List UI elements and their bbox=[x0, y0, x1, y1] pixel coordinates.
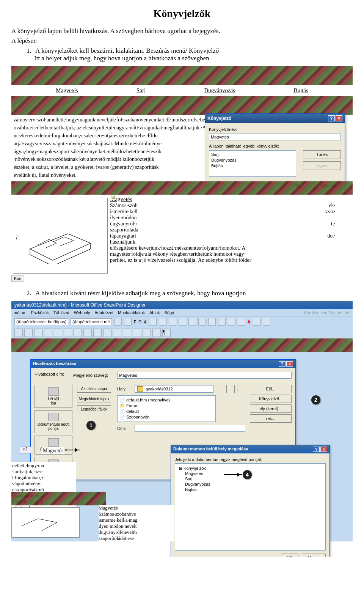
file-list[interactable]: 📄 default.htm (megnyitva) 📁 Forras 📄 def… bbox=[117, 395, 216, 422]
link-bujtas[interactable]: Bujtás bbox=[293, 87, 308, 94]
align-left-icon[interactable] bbox=[149, 318, 157, 326]
align-right-icon[interactable] bbox=[169, 318, 176, 326]
sub-recent-files[interactable]: Legutóbbi fájlok bbox=[77, 405, 111, 413]
tool-c-icon[interactable] bbox=[143, 329, 151, 337]
tool-a-icon[interactable] bbox=[113, 329, 121, 337]
help-search[interactable]: Kérdése van? Írja be ide. bbox=[304, 310, 350, 315]
redo-icon[interactable] bbox=[124, 318, 132, 326]
doc-icon bbox=[48, 413, 59, 421]
link-sarj[interactable]: Sarj bbox=[136, 87, 146, 94]
inner-ok-button[interactable]: OK bbox=[281, 554, 298, 557]
close-icon[interactable]: × bbox=[336, 115, 342, 121]
save-icon[interactable] bbox=[34, 329, 42, 337]
new-icon[interactable] bbox=[14, 329, 23, 337]
callout-1: 1 bbox=[86, 421, 96, 430]
side-btn-rek[interactable]: rek... bbox=[250, 414, 292, 423]
menu-eszkozok[interactable]: Eszközök bbox=[31, 310, 49, 315]
indent-icon[interactable] bbox=[218, 318, 226, 326]
side-btn-ele[interactable]: Elő... bbox=[250, 385, 292, 393]
paste-icon[interactable] bbox=[93, 329, 102, 337]
list-numbers-icon[interactable] bbox=[198, 318, 206, 326]
sub-current-folder[interactable]: Aktuális mappa bbox=[77, 385, 111, 393]
svg-marker-0 bbox=[30, 234, 91, 260]
bookmark-list[interactable]: Sarj Dugványozás Bujtás bbox=[209, 150, 296, 177]
tree-dugvanyozas[interactable]: Dugványozás bbox=[177, 481, 323, 487]
sketch-image: 1 bbox=[13, 198, 108, 274]
menu-sugo[interactable]: Súgó bbox=[165, 310, 174, 315]
tree-root[interactable]: ⊟ Könyvjelzők bbox=[177, 466, 323, 471]
menu-webhely[interactable]: Webhely bbox=[74, 310, 90, 315]
file-forras[interactable]: 📁 Forras bbox=[119, 403, 214, 409]
size-drop[interactable]: (Alapértelmezett mé bbox=[71, 318, 111, 325]
italic-icon[interactable]: D bbox=[138, 319, 141, 324]
file-default[interactable]: 📄 default bbox=[119, 409, 214, 414]
align-center-icon[interactable] bbox=[159, 318, 166, 326]
format-painter-icon[interactable] bbox=[103, 329, 111, 337]
outdent-icon[interactable] bbox=[208, 318, 216, 326]
inner-dialog-title: Dokumentumon belüli hely megadása bbox=[173, 447, 248, 452]
preview-icon[interactable] bbox=[54, 329, 62, 337]
font-color-icon[interactable]: A bbox=[248, 319, 251, 324]
td-tooltip: td bbox=[110, 195, 116, 200]
close-icon[interactable]: × bbox=[320, 447, 327, 452]
open-icon[interactable] bbox=[24, 329, 33, 337]
table-icon[interactable] bbox=[253, 318, 260, 326]
cut-icon[interactable] bbox=[74, 329, 82, 337]
nav-doc-point[interactable]: Dokumentum adott pontja bbox=[35, 410, 72, 433]
app-titlebar: yakorlás0312\default.htm) - Microsoft Of… bbox=[11, 301, 353, 309]
menu-munkaablakok[interactable]: Munkaablakok bbox=[118, 310, 145, 315]
delete-button[interactable]: Törlés bbox=[303, 150, 341, 159]
grid-icon[interactable] bbox=[263, 318, 270, 326]
step1-text-a: A könyvjelzőket kell beszúrni, kialakíta… bbox=[35, 47, 219, 54]
font-drop[interactable]: (Alapértelmezett betűtípus) bbox=[14, 318, 68, 325]
file-default-open[interactable]: 📄 default.htm (megnyitva) bbox=[119, 397, 214, 403]
figure-2: yakorlás0312\default.htm) - Microsoft Of… bbox=[11, 301, 353, 541]
copy-icon[interactable] bbox=[83, 329, 92, 337]
highlight-icon[interactable] bbox=[238, 318, 245, 326]
tool-b-icon[interactable] bbox=[123, 329, 131, 337]
inner-cancel-button[interactable]: Mégse bbox=[302, 554, 326, 557]
borders-icon[interactable] bbox=[228, 318, 235, 326]
cim-input[interactable] bbox=[135, 425, 245, 432]
menu-ablak[interactable]: Ablak bbox=[149, 310, 160, 315]
sub-viewed-pages[interactable]: Megtekintett lapok bbox=[77, 395, 111, 403]
nav-link-row: Magvetés Sarj Dugványozás Bujtás bbox=[11, 85, 353, 96]
menu-adatnezet[interactable]: Adatnézet bbox=[95, 310, 114, 315]
help-icon[interactable]: ? bbox=[328, 115, 335, 121]
web-browse-icon[interactable] bbox=[237, 385, 245, 393]
bold-icon[interactable]: F bbox=[134, 319, 136, 324]
spell-icon[interactable] bbox=[64, 329, 72, 337]
display-text-input[interactable] bbox=[117, 372, 292, 379]
underline-icon[interactable]: A bbox=[144, 319, 146, 324]
undo-icon[interactable] bbox=[114, 318, 122, 326]
location-drop[interactable]: gyakorlás0312 bbox=[135, 385, 213, 393]
print-icon[interactable] bbox=[44, 329, 52, 337]
list-bullets-icon[interactable] bbox=[188, 318, 196, 326]
pilcrow-icon[interactable]: ¶ bbox=[162, 329, 171, 337]
menu-tablazat[interactable]: Táblázat bbox=[53, 310, 69, 315]
menubar: mátum Eszközök Táblázat Webhely Adatnéze… bbox=[11, 309, 353, 316]
step-number-1: 1. bbox=[27, 47, 34, 55]
help-icon[interactable]: ? bbox=[313, 447, 320, 452]
up-folder-icon[interactable] bbox=[216, 385, 224, 393]
file-szobanoveny[interactable]: 📄 Szobanövén bbox=[119, 414, 214, 420]
browse-icon[interactable] bbox=[226, 385, 235, 393]
hyperlink-icon[interactable] bbox=[133, 329, 141, 337]
nav-existing-file[interactable]: Lét fájllap bbox=[35, 385, 72, 408]
code-tab[interactable]: Kód bbox=[11, 275, 24, 282]
hl-dialog-title: Hivatkozás beszúrása bbox=[33, 361, 76, 367]
intro-line-2: A lépései: bbox=[11, 37, 353, 45]
tool-d-icon[interactable] bbox=[152, 329, 161, 337]
menu-matum[interactable]: mátum bbox=[14, 310, 27, 315]
tree-bujtas[interactable]: Bujtás bbox=[177, 487, 323, 492]
align-justify-icon[interactable] bbox=[179, 318, 186, 326]
help-icon[interactable]: ? bbox=[279, 361, 286, 367]
link-magvetes[interactable]: Magvetés bbox=[56, 87, 78, 94]
label-addr: Hivatkozott cím: bbox=[35, 372, 69, 376]
side-btn-keret[interactable]: ély (keret)... bbox=[250, 404, 292, 413]
bookmark-name-input[interactable] bbox=[209, 134, 341, 140]
callout-4: 4 bbox=[243, 470, 252, 479]
link-dugvanyozas[interactable]: Dugványozás bbox=[204, 87, 235, 94]
side-btn-bookmark[interactable]: Könyvjelző... bbox=[250, 395, 292, 403]
close-icon[interactable]: × bbox=[286, 361, 293, 367]
